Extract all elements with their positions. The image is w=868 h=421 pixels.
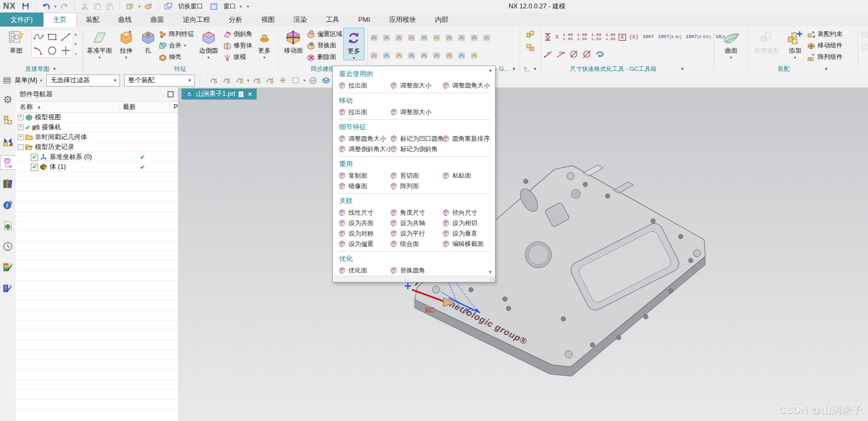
collapse-icon[interactable]: -	[18, 144, 23, 150]
rectangle-icon[interactable]	[45, 30, 59, 44]
studio-spline-icon[interactable]	[32, 30, 45, 44]
palette-more-icon[interactable]: ▿	[75, 52, 77, 56]
chevron-down-icon[interactable]: ▾	[184, 43, 186, 48]
menu-item-设为共轴[interactable]: 设为共轴	[390, 218, 442, 228]
group-label-assembly[interactable]: 装配▼	[749, 65, 857, 73]
selection-filter-dropdown[interactable]: 无选择过滤器▼	[46, 75, 120, 86]
tree-row[interactable]: +✔摄像机	[16, 122, 178, 132]
drag-point-icon[interactable]	[264, 75, 275, 86]
checkbox-checked-icon[interactable]: ✔	[31, 154, 38, 161]
switch-window-icon[interactable]	[164, 2, 173, 11]
menu-tab-曲面[interactable]: 曲面	[141, 13, 174, 27]
fit-style-button-3[interactable]: 10H7[8.015]	[685, 34, 713, 40]
layers-icon[interactable]	[382, 33, 391, 42]
menu-item-角度尺寸[interactable]: 角度尺寸	[390, 207, 442, 218]
chevron-down-icon[interactable]: ▼	[207, 56, 210, 59]
menu-scroll-up-icon[interactable]: ▲	[488, 68, 492, 72]
diameter-dimension-icon[interactable]	[569, 50, 578, 59]
column-header-name[interactable]: 名称▲	[16, 103, 119, 112]
move-face-button[interactable]: 移动面	[281, 28, 306, 55]
list-finger-icon[interactable]	[420, 51, 429, 60]
constraint-navigator-icon[interactable]	[1, 134, 15, 148]
touch-mode-icon[interactable]	[143, 2, 153, 11]
chevron-down-icon[interactable]: ▼	[262, 56, 266, 59]
radius-dimension-icon[interactable]	[582, 50, 591, 59]
graphics-window[interactable]: 山涧果子1.prt ✕	[178, 88, 868, 421]
menu-item-调整圆角大小[interactable]: 调整圆角大小	[338, 133, 390, 144]
snap-point-icon[interactable]	[234, 75, 245, 86]
add-component-button[interactable]: 添加 ▼	[784, 28, 806, 59]
menu-item-设为共面[interactable]: 设为共面	[338, 218, 390, 228]
menu-item-径向尺寸[interactable]: 径向尺寸	[442, 207, 494, 218]
sync-more-button[interactable]: 更多 ▼	[343, 28, 364, 60]
menu-item-复制面[interactable]: 复制面	[338, 170, 390, 181]
datum-plane-button[interactable]: 基准平面 ▼	[86, 28, 114, 59]
menu-item-编辑横截面[interactable]: 编辑横截面	[442, 239, 494, 249]
chevron-down-icon[interactable]: ▼	[729, 56, 733, 59]
menu-tab-渲染[interactable]: 渲染	[284, 13, 317, 27]
menu-item-调整倒斜角大小[interactable]: 调整倒斜角大小	[338, 144, 390, 154]
menu-tab-曲线[interactable]: 曲线	[109, 13, 141, 27]
chevron-down-icon[interactable]: ▼	[352, 56, 356, 60]
udf-library-icon[interactable]	[526, 43, 535, 52]
menu-tab-逆向工程[interactable]: 逆向工程	[174, 13, 220, 27]
extrude-button[interactable]: 拉伸 ▼	[115, 28, 138, 59]
menu-item-粘贴面[interactable]: 粘贴面	[442, 170, 494, 181]
chevron-down-icon[interactable]: ▼	[793, 56, 797, 59]
green-cube-icon[interactable]	[370, 51, 379, 60]
menu-item-设为垂直[interactable]: 设为垂直	[442, 228, 494, 239]
hole-button[interactable]: 孔	[139, 28, 158, 55]
group-label-gct[interactable]: 尺寸快速格式化工具 - GC工具箱▼	[541, 65, 713, 73]
menu-item-圆角重新排序[interactable]: 圆角重新排序	[442, 133, 494, 144]
tree-row[interactable]: ✔体 (1)✔	[16, 162, 178, 172]
chevron-down-icon[interactable]: ▾	[247, 78, 249, 83]
tree-row[interactable]: +模型视图	[16, 113, 178, 122]
save-icon[interactable]	[21, 2, 30, 11]
group-label-direct-sketch[interactable]: 直接草图▼	[0, 65, 82, 73]
window-label[interactable]: 窗口	[223, 2, 236, 11]
point-icon[interactable]	[59, 44, 73, 57]
slope-dimension-icon[interactable]: R	[543, 50, 552, 59]
edge-blend-button[interactable]: 边倒圆 ▼	[195, 28, 222, 59]
menu-item-剪切面[interactable]: 剪切面	[390, 170, 442, 181]
washer-icon[interactable]	[432, 51, 441, 60]
web-browser-icon[interactable]	[1, 219, 15, 232]
wrap-icon[interactable]	[395, 51, 404, 60]
roles-gear-icon[interactable]	[1, 93, 15, 106]
sheet-check-icon[interactable]	[457, 51, 466, 60]
undo-icon[interactable]	[41, 2, 51, 11]
qat-overflow-icon[interactable]: ▾	[247, 4, 249, 9]
menu-item-优化面[interactable]: 优化面	[338, 265, 390, 276]
tree-row[interactable]: ✔基准坐标系 (0)✔	[16, 152, 178, 162]
menu-tab-分析[interactable]: 分析	[220, 13, 252, 27]
menu-tab-PMI[interactable]: PMI	[349, 13, 380, 27]
chevron-down-icon[interactable]: ▼	[124, 56, 128, 59]
tolerance-style-button-4[interactable]: 1.00±.89	[605, 32, 617, 42]
hd3d-tools-icon[interactable]: i	[1, 198, 15, 212]
surface-button[interactable]: 曲面 ▼	[717, 28, 745, 59]
coil-icon[interactable]	[445, 33, 454, 42]
layer-settings-icon[interactable]	[395, 33, 404, 42]
spring-icon[interactable]	[457, 33, 466, 42]
palette-scroll-up-icon[interactable]: ▴	[75, 32, 77, 36]
pattern-feature-button[interactable]: 阵列特征	[159, 30, 194, 39]
rotate-point-icon[interactable]	[251, 75, 262, 86]
chevron-down-icon[interactable]: ▾	[304, 78, 306, 83]
expand-icon[interactable]: +	[18, 125, 23, 130]
circle-center-snap-icon[interactable]	[277, 75, 288, 86]
undock-icon[interactable]	[167, 91, 174, 97]
column-header-uptodate[interactable]: 最新	[119, 103, 170, 112]
move-component-button[interactable]: 移动组件	[807, 41, 842, 50]
menu-scroll-down-icon[interactable]: ▼	[488, 270, 492, 275]
arc-icon[interactable]	[32, 44, 45, 57]
delete-face-button[interactable]: 删除面	[307, 53, 342, 61]
brush-icon[interactable]	[445, 51, 454, 60]
pattern-component-button[interactable]: 阵列组件	[807, 53, 842, 61]
group-label-misc[interactable]: ?..▼	[521, 65, 539, 73]
column-header-extra[interactable]: P	[170, 103, 178, 110]
shaded-face-icon[interactable]	[307, 75, 319, 86]
menu-item-设为相切[interactable]: 设为相切	[442, 218, 494, 228]
window-caret-icon[interactable]: ▾	[239, 4, 242, 9]
tolerance-style-button-1[interactable]: 1.00±.05	[562, 32, 574, 42]
menu-item-镜像面[interactable]: 镜像面	[338, 181, 390, 191]
